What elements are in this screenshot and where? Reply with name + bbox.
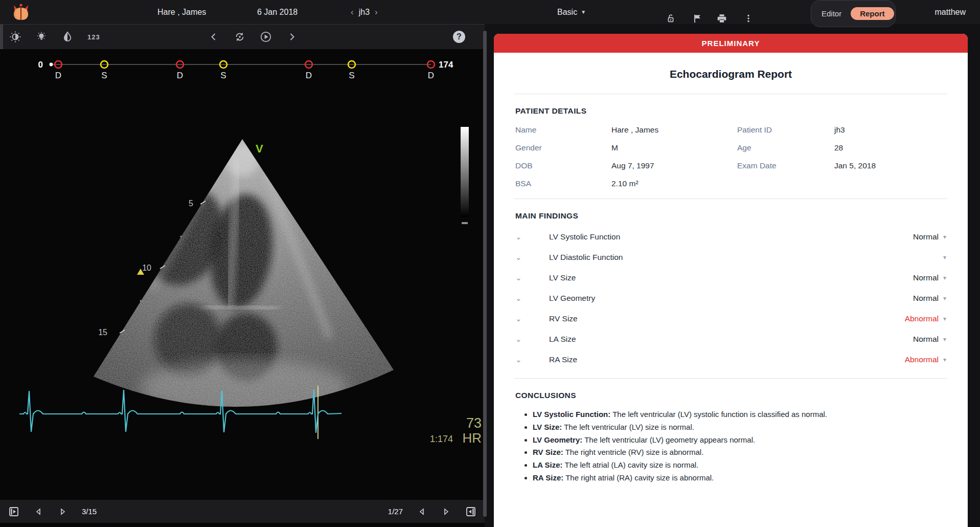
- dropdown-arrow-icon[interactable]: ▾: [943, 254, 946, 261]
- gamma-bulb-icon[interactable]: [35, 31, 48, 43]
- timeline-phase-label: S: [101, 71, 107, 80]
- timeline-phase-label: D: [177, 71, 183, 80]
- caret-down-icon: ▼: [581, 9, 586, 15]
- dropdown-arrow-icon[interactable]: ▾: [943, 295, 946, 302]
- finding-row: ⌄ LV Diastolic Function ▾: [515, 247, 946, 268]
- nav-study-id: jh3: [359, 8, 370, 17]
- viewer-bottom-bar: 3/15 1/27: [0, 500, 485, 523]
- depth-label: 10: [142, 264, 151, 272]
- play-button-icon[interactable]: [260, 31, 272, 43]
- field-value: Aug 7, 1997: [611, 157, 737, 174]
- dropdown-arrow-icon[interactable]: ▾: [943, 233, 946, 240]
- finding-value[interactable]: Abnormal: [905, 314, 939, 323]
- field-label: BSA: [515, 174, 611, 192]
- finding-row: ⌄ LV Size Normal ▾: [515, 268, 946, 288]
- panel-edge-handle[interactable]: [0, 25, 3, 49]
- next-frame-chevron-icon[interactable]: [286, 31, 298, 43]
- cine-sync-icon[interactable]: [234, 31, 246, 43]
- dropdown-arrow-icon[interactable]: ▾: [943, 356, 946, 363]
- finding-row: ⌄ LV Systolic Function Normal ▾: [515, 227, 946, 247]
- expand-chevron-icon[interactable]: ⌄: [515, 296, 525, 301]
- frame-counter: 3/15: [82, 507, 97, 516]
- expand-chevron-icon[interactable]: ⌄: [515, 357, 525, 362]
- prev-frame-button[interactable]: [33, 506, 44, 517]
- next-frame-button[interactable]: [57, 506, 69, 517]
- field-label: Age: [737, 139, 834, 157]
- expand-chevron-icon[interactable]: ⌄: [515, 275, 525, 280]
- finding-label: LA Size: [549, 335, 576, 344]
- finding-row: ⌄ LA Size Normal ▾: [515, 329, 946, 349]
- nav-patient-name: Hare , James: [157, 0, 206, 24]
- timeline-phase-label: S: [220, 71, 226, 80]
- field-value: jh3: [834, 121, 946, 139]
- hr-ratio: 1:174: [430, 434, 453, 444]
- patient-details-heading: PATIENT DETAILS: [515, 106, 946, 116]
- invert-droplet-icon[interactable]: [61, 31, 74, 43]
- dropdown-arrow-icon[interactable]: ▾: [943, 336, 946, 343]
- finding-label: LV Size: [549, 273, 576, 282]
- finding-row: ⌄ LV Geometry Normal ▾: [515, 288, 946, 309]
- echo-image-area[interactable]: 0 D S D S D S D 174: [0, 49, 485, 500]
- finding-label: RV Size: [549, 314, 578, 323]
- prev-series-button[interactable]: [416, 506, 427, 517]
- finding-label: LV Diastolic Function: [549, 253, 623, 262]
- timeline-position-dot[interactable]: [50, 63, 53, 67]
- finding-value[interactable]: Abnormal: [905, 355, 939, 364]
- image-viewer-panel: 123: [0, 24, 485, 527]
- status-banner: PRELIMINARY: [494, 34, 968, 53]
- field-value: Hare , James: [611, 121, 737, 139]
- main-findings-heading: MAIN FINDINGS: [515, 211, 946, 221]
- kebab-menu-icon[interactable]: [742, 6, 755, 30]
- app-logo-icon[interactable]: [11, 0, 31, 24]
- conclusions-heading: CONCLUSIONS: [515, 391, 946, 400]
- panel-resizer-handle[interactable]: [483, 31, 487, 517]
- next-study-chevron-icon[interactable]: ›: [370, 7, 383, 17]
- conclusion-item: RA Size: The right atrial (RA) cavity si…: [533, 472, 946, 485]
- cine-timeline[interactable]: 0 D S D S D S D 174: [38, 60, 453, 80]
- help-button[interactable]: ?: [453, 31, 465, 43]
- finding-value[interactable]: Normal: [913, 335, 939, 344]
- dropdown-arrow-icon[interactable]: ▾: [943, 274, 946, 281]
- ultrasound-sector: [77, 126, 414, 448]
- finding-value[interactable]: Normal: [913, 294, 939, 303]
- finding-row: ⌄ RA Size Abnormal ▾: [515, 349, 946, 370]
- prev-study-chevron-icon[interactable]: ‹: [346, 7, 359, 17]
- dropdown-arrow-icon[interactable]: ▾: [943, 315, 946, 322]
- timeline-start-label: 0: [38, 60, 43, 70]
- expand-chevron-icon[interactable]: ⌄: [515, 255, 525, 260]
- conclusion-item: LV Geometry: The left ventricular (LV) g…: [533, 434, 946, 447]
- print-icon[interactable]: [716, 6, 728, 30]
- collapse-right-panel-icon[interactable]: [465, 506, 476, 517]
- patient-details-section: PATIENT DETAILS Name Hare , James Patien…: [494, 106, 968, 192]
- flag-icon[interactable]: [691, 6, 703, 30]
- expand-chevron-icon[interactable]: ⌄: [515, 316, 525, 321]
- timeline-phase-label: D: [55, 71, 61, 80]
- measurement-numbers-button[interactable]: 123: [87, 33, 100, 41]
- brightness-contrast-icon[interactable]: [9, 31, 21, 43]
- mode-dropdown[interactable]: Basic ▼: [557, 0, 586, 24]
- expand-chevron-icon[interactable]: ⌄: [515, 234, 525, 239]
- report-toggle-button[interactable]: Report: [851, 7, 894, 20]
- depth-label: 5: [189, 199, 193, 208]
- viewer-toolbar: 123: [0, 24, 485, 49]
- conclusions-section: CONCLUSIONS LV Systolic Function: The le…: [494, 391, 968, 485]
- username-label[interactable]: matthew: [935, 0, 966, 24]
- view-toggle: Editor Report: [811, 0, 896, 27]
- main-findings-section: MAIN FINDINGS ⌄ LV Systolic Function Nor…: [494, 211, 968, 370]
- open-left-panel-icon[interactable]: [8, 506, 19, 517]
- editor-toggle-button[interactable]: Editor: [812, 7, 851, 20]
- timeline-end-label: 174: [439, 60, 453, 70]
- finding-value[interactable]: Normal: [913, 232, 939, 241]
- lock-icon[interactable]: [665, 6, 677, 30]
- hr-value: 73: [466, 415, 482, 431]
- finding-label: LV Geometry: [549, 294, 595, 303]
- field-label: DOB: [515, 157, 611, 174]
- heart-rate-overlay: 73 1:174 HR: [430, 415, 482, 446]
- expand-chevron-icon[interactable]: ⌄: [515, 337, 525, 342]
- field-value: 28: [834, 139, 946, 157]
- finding-value[interactable]: Normal: [913, 273, 939, 282]
- next-series-button[interactable]: [441, 506, 452, 517]
- depth-label: 15: [98, 328, 107, 337]
- field-value: Jan 5, 2018: [834, 157, 946, 174]
- prev-frame-chevron-icon[interactable]: [208, 31, 220, 43]
